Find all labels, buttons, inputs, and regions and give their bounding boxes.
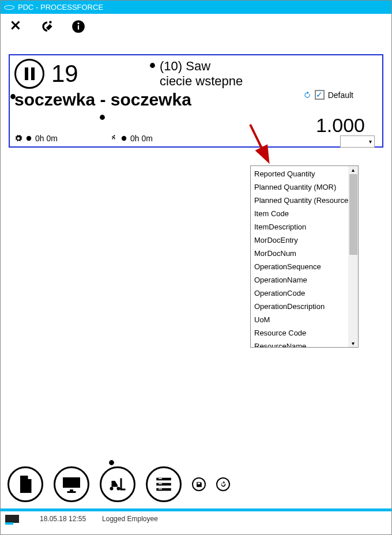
scroll-thumb[interactable]: [349, 174, 357, 255]
field-dropdown-button[interactable]: ▾: [340, 135, 375, 148]
refresh-icon[interactable]: [303, 91, 311, 99]
dropdown-item[interactable]: Planned Quantity (MOR): [251, 180, 348, 194]
svg-point-4: [10, 94, 16, 99]
setup-time: 0h 0m: [14, 134, 58, 143]
scroll-up-arrow[interactable]: ▴: [352, 167, 355, 173]
server-icon: [5, 515, 19, 523]
svg-point-5: [100, 115, 105, 120]
monitor-button[interactable]: [54, 466, 89, 502]
svg-point-9: [109, 460, 114, 465]
dropdown-item[interactable]: ItemDescription: [251, 220, 348, 233]
archive-button[interactable]: [146, 466, 182, 502]
dropdown-item[interactable]: Planned Quantity (Resource): [251, 194, 348, 207]
satellite-icon[interactable]: [40, 19, 55, 36]
marker-icon: [108, 459, 115, 466]
default-layout-label: Default: [328, 91, 353, 100]
operation-block: (10) Saw ciecie wstepne: [160, 59, 243, 89]
refresh-button[interactable]: [216, 477, 230, 491]
dropdown-item[interactable]: Item Code: [251, 207, 348, 220]
svg-point-3: [150, 63, 155, 68]
task-count: 19: [51, 60, 78, 88]
dropdown-item[interactable]: ResourceName: [251, 340, 348, 347]
svg-point-8: [122, 136, 126, 141]
chevron-down-icon: ▾: [369, 138, 372, 145]
dropdown-item[interactable]: OperationCode: [251, 287, 348, 300]
field-dropdown-list[interactable]: Reported QuantityPlanned Quantity (MOR)P…: [250, 165, 359, 348]
default-layout-checkbox[interactable]: ✓: [315, 90, 325, 100]
operation-description: ciecie wstepne: [160, 74, 243, 89]
info-icon[interactable]: [71, 19, 86, 36]
svg-rect-1: [78, 25, 79, 30]
quantity-field: ✓ Default 1.000 ▾: [315, 104, 365, 148]
dropdown-item[interactable]: MorDocNum: [251, 247, 348, 260]
scrollbar[interactable]: ▴ ▾: [348, 166, 358, 347]
dropdown-item[interactable]: OperationSequence: [251, 260, 348, 273]
connections-icon[interactable]: [9, 19, 24, 36]
svg-point-2: [77, 22, 79, 24]
dropdown-item[interactable]: OperationDescription: [251, 300, 348, 313]
dropdown-item[interactable]: Resource Code: [251, 326, 348, 340]
status-datetime: 18.05.18 12:55: [40, 515, 86, 523]
status-bar: 18.05.18 12:55 Logged Employee: [1, 508, 391, 534]
svg-point-7: [114, 135, 115, 136]
operation-sequence-name: (10) Saw: [160, 59, 243, 74]
dropdown-item[interactable]: Reported Quantity: [251, 167, 348, 180]
scroll-down-arrow[interactable]: ▾: [352, 340, 355, 346]
new-document-button[interactable]: [7, 466, 43, 502]
run-icon: [110, 134, 118, 142]
dropdown-item[interactable]: MorDocEntry: [251, 233, 348, 247]
footer-toolbar: [7, 466, 230, 502]
top-toolbar: [1, 16, 391, 39]
pause-icon: [25, 67, 35, 80]
gear-icon: [14, 134, 22, 142]
status-user: Logged Employee: [102, 515, 158, 523]
dropdown-item[interactable]: UoM: [251, 313, 348, 326]
app-logo: [4, 5, 14, 10]
svg-point-6: [27, 136, 31, 141]
run-time: 0h 0m: [110, 134, 153, 143]
titlebar: PDC - PROCESSFORCE: [1, 1, 391, 14]
save-button[interactable]: [192, 477, 206, 491]
dropdown-item[interactable]: OperationName: [251, 273, 348, 287]
window-title: PDC - PROCESSFORCE: [18, 3, 103, 12]
pause-button[interactable]: [14, 59, 44, 89]
task-card[interactable]: 19 (10) Saw ciecie wstepne soczewka - so…: [9, 54, 383, 148]
forklift-button[interactable]: [100, 466, 135, 502]
quantity-value: 1.000: [315, 114, 365, 137]
